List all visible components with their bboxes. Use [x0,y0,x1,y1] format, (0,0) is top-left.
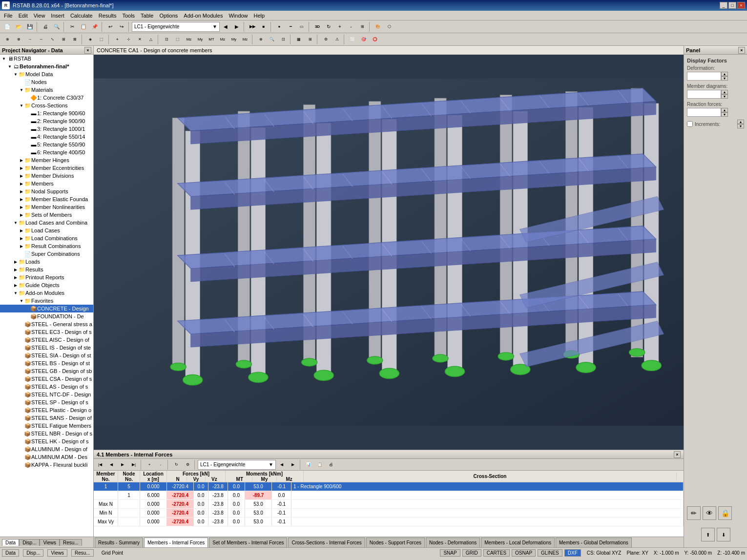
open-button[interactable]: 📂 [13,21,24,32]
expand-model-data[interactable]: ▼ [13,71,19,77]
tb-member[interactable]: ━ [285,21,296,32]
table-body[interactable]: 1 5 0.000 -2720.4 0.0 -23.8 0.0 53.0 -0.… [94,482,684,537]
tb-btn-3[interactable]: ✂ [67,21,78,32]
view-icon-btn[interactable]: 👁 [703,506,716,520]
tree-item-load-cases-comb[interactable]: ▼📁Load Cases and Combina [0,219,93,227]
tab-views[interactable]: Views [40,539,60,546]
expand-rstab[interactable]: ▼ [1,56,7,62]
tree-item-cross-sections[interactable]: ▼📁Cross-Sections [0,102,93,109]
tree-item-rect1[interactable]: ▬1: Rectangle 900/60 [0,109,93,117]
expand-member-hinges[interactable]: ▶ [19,157,24,163]
tb2-4[interactable]: ↔ [36,34,46,45]
menu-tools[interactable]: Tools [119,12,138,20]
expand-members[interactable]: ▶ [19,181,24,187]
table-row-0[interactable]: 1 5 0.000 -2720.4 0.0 -23.8 0.0 53.0 -0.… [94,482,684,491]
tb2-7[interactable]: ⊠ [69,34,80,45]
tb-rotate[interactable]: ↻ [323,21,334,32]
expand-nonlinearities[interactable]: ▶ [19,204,24,210]
reaction-forces-up[interactable]: ▲ [721,108,728,112]
expand-guide-objects[interactable]: ▶ [13,282,19,288]
table-add[interactable]: + [144,459,155,470]
tab-set-of-members---internal-forces[interactable]: Set of Members - Internal Forces [209,538,287,547]
increments-up[interactable]: ▲ [737,120,744,124]
new-button[interactable]: 📄 [2,21,13,32]
expand-nodal-sup[interactable]: ▶ [19,188,24,194]
tree-item-steel-is[interactable]: 📦STEEL IS - Design of ste [0,344,93,352]
tab-members---local-deformations[interactable]: Members - Local Deformations [481,538,555,547]
tab-nodes---deformations[interactable]: Nodes - Deformations [426,538,480,547]
menu-edit[interactable]: Edit [16,12,31,20]
osnap-btn[interactable]: OSNAP [512,549,536,557]
tb2-28[interactable]: ⚠ [332,34,342,45]
tb2-21[interactable]: Mz [240,34,250,45]
tree-item-steel-ec3[interactable]: 📦STEEL EC3 - Design of s [0,328,93,336]
tree-item-sets-members[interactable]: ▶📁Sets of Members [0,211,93,219]
menu-addon[interactable]: Add-on Modules [181,12,226,20]
table-row-3[interactable]: Min N 0.000 -2720.4 0.0 -23.8 0.0 53.0 -… [94,509,684,518]
tb-btn-7[interactable]: ↪ [116,21,127,32]
tree-item-foundation[interactable]: 📦FOUNDATION - De [0,312,93,320]
tree-item-steel-hk[interactable]: 📦STEEL HK - Design of s [0,437,93,445]
tree-item-favorites[interactable]: ▼📁Favorites [0,297,93,305]
tree-item-project[interactable]: ▼🗂Betonrahmen-final* [0,62,93,70]
cartes-btn[interactable]: CARTES [483,549,510,557]
increments-down[interactable]: ▼ [737,124,744,128]
tree-item-results[interactable]: ▶📁Results [0,266,93,273]
tb2-18[interactable]: MT [206,34,217,45]
increments-checkbox[interactable] [687,121,693,127]
tb2-13[interactable]: △ [145,34,156,45]
table-settings[interactable]: ⚙ [182,459,193,470]
tb2-25[interactable]: ▦ [293,34,304,45]
member-diagrams-down[interactable]: ▼ [721,94,728,99]
tb-stop[interactable]: ■ [258,21,269,32]
status-views[interactable]: Views [47,549,67,557]
tb-calc[interactable]: ▶▶ [247,21,258,32]
prev-btn[interactable]: ◀ [220,21,231,32]
menu-window[interactable]: Window [226,12,250,20]
tab-resu[interactable]: Resu... [60,539,82,546]
tab-nodes---support-forces[interactable]: Nodes - Support Forces [366,538,425,547]
tree-item-load-cases[interactable]: ▶📁Load Cases [0,227,93,234]
bottom-panel-close[interactable]: × [674,451,681,458]
expand-load-cases[interactable]: ▶ [19,228,24,233]
close-button[interactable]: × [737,2,745,9]
tb2-22[interactable]: ⊕ [255,34,266,45]
expand-addon[interactable]: ▼ [13,290,19,296]
expand-result-comb[interactable]: ▶ [19,243,24,249]
tree-item-elastic-found[interactable]: ▶📁Member Elastic Founda [0,195,93,203]
menu-results[interactable]: Results [96,12,120,20]
reaction-forces-down[interactable]: ▼ [721,112,728,117]
table-refresh[interactable]: ↻ [171,459,182,470]
tree-item-members[interactable]: ▶📁Members [0,180,93,187]
tree-item-steel-general[interactable]: 📦STEEL - General stress a [0,320,93,328]
tb-btn-6[interactable]: ↩ [105,21,116,32]
expand-favorites[interactable]: ▼ [19,298,24,304]
deformation-input[interactable] [687,72,721,81]
table-row-4[interactable]: Max Vy 0.000 -2720.4 0.0 -23.8 0.0 53.0 … [94,518,684,526]
tb-btn-4[interactable]: 📋 [78,21,89,32]
tb-wire[interactable]: ⬡ [384,21,394,32]
table-first[interactable]: |◀ [95,459,105,470]
menu-options[interactable]: Options [156,12,181,20]
table-row-2[interactable]: Max N 0.000 -2720.4 0.0 -23.8 0.0 53.0 -… [94,500,684,509]
table-copy[interactable]: 📋 [314,459,325,470]
tb2-19[interactable]: Mz [217,34,228,45]
tb2-15[interactable]: ⬚ [172,34,183,45]
reaction-forces-input[interactable] [687,108,721,117]
tree-container[interactable]: ▼🖥RSTAB▼🗂Betonrahmen-final*▼📁Model Data📄… [0,55,93,537]
grid-btn[interactable]: GRID [462,549,481,557]
expand-member-div[interactable]: ▶ [19,173,24,179]
tb-render[interactable]: 🎨 [373,21,383,32]
expand-load-cases-comb[interactable]: ▼ [13,220,19,226]
tree-item-load-comb[interactable]: ▶📁Load Combinations [0,234,93,242]
maximize-button[interactable]: □ [728,2,736,9]
tb2-8[interactable]: ◈ [85,34,96,45]
lc-next[interactable]: ▶ [288,459,298,470]
navigator-header-btns[interactable]: × [84,47,91,54]
menu-file[interactable]: File [1,12,16,20]
tree-item-rect3[interactable]: ▬3: Rectangle 1000/1 [0,125,93,133]
menu-view[interactable]: View [31,12,48,20]
expand-elastic-found[interactable]: ▶ [19,196,24,202]
print-button[interactable]: 🖨 [40,21,51,32]
tb2-20[interactable]: My [228,34,239,45]
